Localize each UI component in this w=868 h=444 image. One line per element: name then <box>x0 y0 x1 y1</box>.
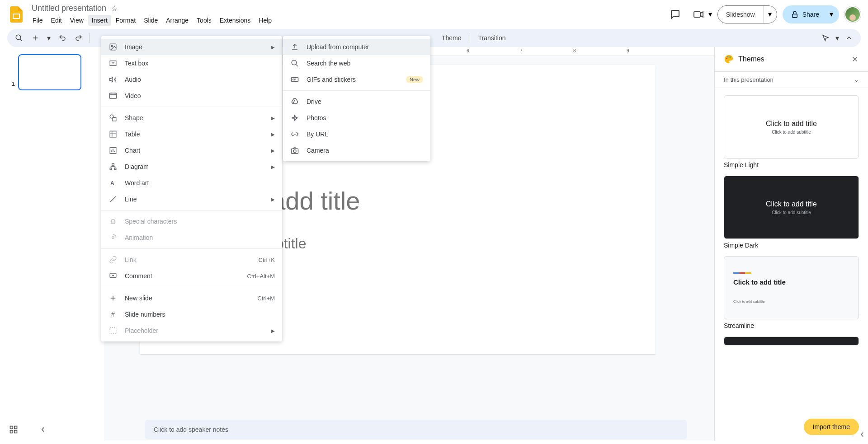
theme-simple-dark[interactable]: Click to add title Click to add subtitle <box>724 176 859 239</box>
filmstrip <box>0 47 104 440</box>
comments-icon[interactable] <box>666 5 684 23</box>
menu-format[interactable]: Format <box>112 15 139 26</box>
svg-point-7 <box>729 56 731 58</box>
pointer-icon[interactable] <box>818 31 833 45</box>
pointer-dropdown[interactable]: ▾ <box>833 31 842 45</box>
avatar[interactable] <box>844 6 861 23</box>
theme-name: Streamline <box>724 322 859 329</box>
search-the-web[interactable]: Search the web <box>283 55 430 71</box>
svg-rect-1 <box>14 14 19 18</box>
gifs-stickers[interactable]: GIF GIFs and stickers New <box>283 71 430 88</box>
toolbar-theme[interactable]: Theme <box>437 34 466 42</box>
diagram-icon <box>108 162 118 171</box>
collapse-icon[interactable] <box>842 31 856 45</box>
share-dropdown[interactable]: ▾ <box>826 10 837 19</box>
svg-point-9 <box>111 45 113 47</box>
textbox-icon <box>108 59 118 68</box>
meet-button[interactable]: ▾ <box>689 5 712 23</box>
arrow-right-icon: ▶ <box>271 148 275 153</box>
insert-table[interactable]: Table ▶ <box>101 126 282 142</box>
svg-rect-30 <box>10 430 13 433</box>
insert-special-chars: Ω Special characters <box>101 213 282 229</box>
menu-view[interactable]: View <box>66 15 87 26</box>
search-icon <box>290 59 299 68</box>
image-icon <box>108 42 118 51</box>
svg-rect-2 <box>694 12 700 17</box>
upload-from-computer[interactable]: Upload from computer <box>283 39 430 55</box>
new-badge: New <box>406 76 423 83</box>
slides-logo[interactable] <box>7 5 25 23</box>
svg-point-5 <box>726 58 727 59</box>
slide-thumbnail-1[interactable] <box>18 54 81 90</box>
share-label: Share <box>802 11 819 18</box>
menu-tools[interactable]: Tools <box>193 15 215 26</box>
themes-panel: Themes In this presentation ⌄ Click to a… <box>714 47 868 440</box>
menu-slide[interactable]: Slide <box>140 15 161 26</box>
new-slide-button[interactable] <box>28 31 42 45</box>
camera-icon <box>290 146 299 155</box>
slideshow-dropdown[interactable]: ▾ <box>763 6 777 23</box>
insert-textbox[interactable]: Text box <box>101 55 282 71</box>
upload-icon <box>290 42 299 51</box>
svg-text:A: A <box>110 180 114 187</box>
star-icon[interactable]: ☆ <box>111 4 118 14</box>
plus-icon <box>108 294 118 303</box>
insert-chart[interactable]: Chart ▶ <box>101 142 282 159</box>
new-slide-dropdown[interactable]: ▾ <box>44 31 53 45</box>
svg-rect-29 <box>14 426 17 429</box>
undo-icon[interactable] <box>55 31 70 45</box>
insert-drive[interactable]: Drive <box>283 93 430 110</box>
arrow-right-icon: ▶ <box>271 132 275 137</box>
insert-shape[interactable]: Shape ▶ <box>101 110 282 126</box>
insert-wordart[interactable]: A Word art <box>101 175 282 191</box>
slideshow-button[interactable]: Slideshow ▾ <box>717 5 777 23</box>
line-icon <box>108 195 118 204</box>
header: Untitled presentation ☆ File Edit View I… <box>0 0 868 29</box>
theme-next[interactable] <box>724 337 859 346</box>
slideshow-label[interactable]: Slideshow <box>718 6 763 23</box>
insert-photos[interactable]: Photos <box>283 110 430 126</box>
insert-by-url[interactable]: By URL <box>283 126 430 142</box>
search-icon[interactable] <box>12 31 26 45</box>
menu-help[interactable]: Help <box>255 15 275 26</box>
close-icon[interactable] <box>851 55 859 63</box>
theme-streamline[interactable]: Click to add title Click to add subtitle <box>724 256 859 319</box>
insert-camera[interactable]: Camera <box>283 142 430 159</box>
chart-icon <box>108 146 118 155</box>
svg-point-4 <box>16 35 21 40</box>
speaker-notes[interactable]: Click to add speaker notes <box>145 420 687 439</box>
insert-audio[interactable]: Audio <box>101 71 282 88</box>
menubar: File Edit View Insert Format Slide Arran… <box>29 15 275 26</box>
menu-insert[interactable]: Insert <box>88 15 111 26</box>
drive-icon <box>290 97 299 106</box>
themes-section[interactable]: In this presentation ⌄ <box>715 71 868 88</box>
toolbar-transition[interactable]: Transition <box>474 34 510 42</box>
chevron-left-icon[interactable] <box>39 425 47 434</box>
doc-title[interactable]: Untitled presentation <box>29 3 109 14</box>
image-submenu: Upload from computer Search the web GIF … <box>283 36 430 161</box>
chevron-down-icon: ⌄ <box>854 76 859 83</box>
insert-comment[interactable]: Comment Ctrl+Alt+M <box>101 268 282 284</box>
expand-sidebar-icon[interactable] <box>858 430 866 439</box>
arrow-right-icon: ▶ <box>271 116 275 121</box>
photos-icon <box>290 113 299 122</box>
insert-new-slide[interactable]: New slide Ctrl+M <box>101 290 282 306</box>
insert-diagram[interactable]: Diagram ▶ <box>101 159 282 175</box>
link-icon <box>290 130 299 139</box>
theme-simple-light[interactable]: Click to add title Click to add subtitle <box>724 95 859 159</box>
insert-video[interactable]: Video <box>101 88 282 104</box>
grid-view-icon[interactable] <box>9 425 18 434</box>
insert-line[interactable]: Line ▶ <box>101 191 282 207</box>
insert-image[interactable]: Image ▶ <box>101 39 282 55</box>
svg-rect-3 <box>792 14 797 18</box>
insert-slide-numbers[interactable]: # Slide numbers <box>101 306 282 322</box>
video-icon <box>108 91 118 100</box>
menu-extensions[interactable]: Extensions <box>216 15 254 26</box>
arrow-right-icon: ▶ <box>271 45 275 50</box>
redo-icon[interactable] <box>71 31 86 45</box>
menu-file[interactable]: File <box>29 15 47 26</box>
menu-edit[interactable]: Edit <box>47 15 66 26</box>
svg-rect-16 <box>112 164 114 165</box>
share-button[interactable]: Share ▾ <box>783 5 839 23</box>
menu-arrange[interactable]: Arrange <box>162 15 192 26</box>
